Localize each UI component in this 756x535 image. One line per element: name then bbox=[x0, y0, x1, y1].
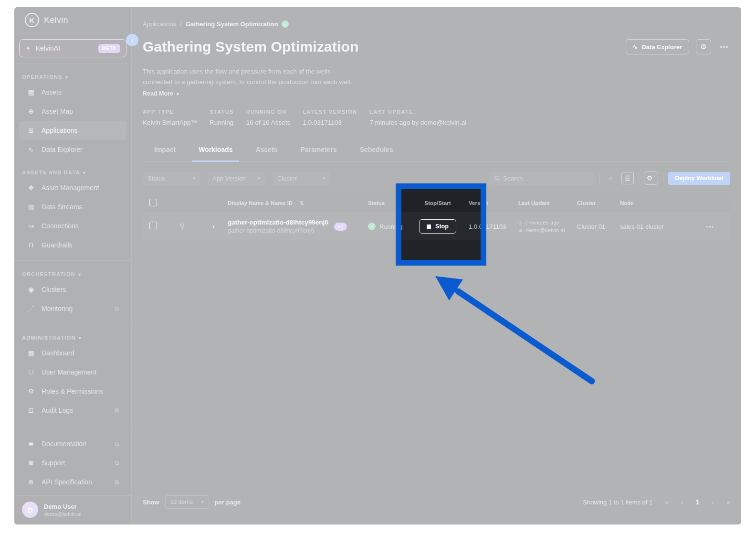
pagination-summary: Showing 1 to 1 items of 1 bbox=[583, 499, 652, 506]
select-all-checkbox[interactable] bbox=[149, 199, 157, 206]
section-label: ASSETS AND DATA bbox=[22, 170, 80, 175]
description-line: This application uses the flow and press… bbox=[143, 66, 352, 77]
sidebar-item-label: Assets bbox=[42, 88, 62, 96]
column-header-name[interactable]: Display Name & Name ID ⇅ bbox=[228, 200, 361, 206]
caret-down-icon: ▾ bbox=[258, 176, 260, 181]
section-header-administration[interactable]: ADMINISTRATION ▾ bbox=[14, 331, 131, 343]
sidebar-item-guardrails[interactable]: Π Guardrails bbox=[19, 235, 126, 255]
list-rows-icon: ☰ bbox=[625, 174, 631, 182]
last-update-time: 7 minutes ago bbox=[525, 220, 559, 225]
sidebar-item-user-management[interactable]: ⚇ User Management bbox=[19, 363, 126, 382]
sidebar-item-asset-management[interactable]: ❖ Asset Management bbox=[19, 178, 126, 197]
verified-check-icon: ✓ bbox=[282, 21, 289, 28]
sidebar-item-data-explorer[interactable]: ∿ Data Explorer bbox=[19, 140, 126, 159]
tab-impact[interactable]: Impact bbox=[143, 141, 187, 161]
read-more-toggle[interactable]: Read More ▾ bbox=[143, 90, 179, 97]
compact-view-toggle[interactable]: = bbox=[604, 172, 617, 184]
app-version-filter-dropdown[interactable]: App Version ▾ bbox=[208, 172, 265, 185]
row-actions-button[interactable]: ⋯ bbox=[706, 222, 714, 232]
workload-name-id: gather-optimizatio-d8ihtcy99enj0 bbox=[228, 227, 328, 234]
more-options-button[interactable]: ⋯ bbox=[718, 42, 730, 52]
cluster-value: Cluster 01 bbox=[577, 223, 605, 230]
section-header-operations[interactable]: OPERATIONS ▾ bbox=[14, 70, 131, 83]
sidebar-item-dashboard[interactable]: ▦ Dashboard bbox=[19, 343, 126, 363]
sidebar-item-label: Monitoring bbox=[42, 305, 73, 312]
section-label: OPERATIONS bbox=[22, 74, 63, 80]
chevron-down-icon: ▾ bbox=[83, 170, 86, 175]
user-name: Demo User bbox=[44, 503, 81, 510]
meta-value: Running bbox=[210, 119, 234, 126]
sidebar-footer: ≣ Documentation ⧉ ☸ Support ⧉ ⊛ API Spec… bbox=[14, 430, 131, 524]
sidebar-item-clusters[interactable]: ◉ Clusters bbox=[19, 280, 126, 299]
node-value: sales-01-cluster bbox=[620, 223, 664, 230]
status-filter-dropdown[interactable]: Status ▾ bbox=[143, 172, 200, 185]
stop-button[interactable]: Stop bbox=[419, 219, 456, 234]
header-label: Last Update bbox=[518, 200, 550, 206]
sidebar-item-assets[interactable]: ▤ Assets bbox=[19, 83, 126, 102]
table-settings-button[interactable]: ⚙+ bbox=[644, 171, 658, 185]
tab-schedules[interactable]: Schedules bbox=[348, 141, 405, 161]
sidebar-item-connections[interactable]: ↝ Connections bbox=[19, 216, 126, 235]
user-menu[interactable]: D Demo User demo@kelvin.ai bbox=[14, 496, 131, 524]
workloads-table: Display Name & Name ID ⇅ Status Stop/Sta… bbox=[143, 193, 730, 240]
meta-value: 16 of 16 Assets bbox=[246, 119, 290, 126]
sidebar-section-operations: OPERATIONS ▾ ▤ Assets ⊕ Asset Map ⊞ Appl… bbox=[14, 64, 131, 159]
stop-square-icon bbox=[427, 225, 431, 229]
brand-logo: K Kelvin bbox=[14, 7, 131, 33]
app-description: This application uses the flow and press… bbox=[143, 66, 352, 87]
header-label: Stop/Start bbox=[425, 200, 451, 206]
sidebar-item-audit-logs[interactable]: ⊡ Audit Logs ⧉ bbox=[19, 401, 126, 420]
deploy-workload-button[interactable]: Deploy Workload bbox=[668, 172, 730, 185]
sidebar-item-api-specification[interactable]: ⊛ API Specification ⧉ bbox=[19, 472, 126, 492]
chevron-down-icon: ▾ bbox=[177, 91, 179, 96]
previous-page-button[interactable]: ‹ bbox=[681, 498, 683, 506]
workload-display-name[interactable]: gather-optimizatio-d8ihtcy99enj0 bbox=[228, 219, 328, 226]
audit-logs-icon: ⊡ bbox=[27, 407, 35, 414]
sidebar-item-monitoring[interactable]: ⋰ Monitoring ⧉ bbox=[19, 299, 126, 318]
list-view-toggle[interactable]: ☰ bbox=[621, 172, 634, 184]
tab-workloads[interactable]: Workloads bbox=[187, 141, 244, 161]
sidebar-item-applications[interactable]: ⊞ Applications bbox=[19, 121, 126, 140]
page-size-dropdown[interactable]: 32 items ▾ bbox=[165, 495, 209, 509]
ellipsis-icon: ⋯ bbox=[720, 42, 728, 52]
search-input[interactable] bbox=[503, 175, 584, 182]
first-page-button[interactable]: « bbox=[665, 498, 669, 506]
pin-icon[interactable]: ⚲ bbox=[180, 222, 185, 230]
sidebar-item-label: API Specification bbox=[42, 478, 92, 486]
section-header-assets-and-data[interactable]: ASSETS AND DATA ▾ bbox=[14, 166, 131, 178]
sidebar-item-asset-map[interactable]: ⊕ Asset Map bbox=[19, 102, 126, 121]
tab-parameters[interactable]: Parameters bbox=[289, 141, 348, 161]
breadcrumb: Applications / Gathering System Optimiza… bbox=[143, 21, 289, 28]
sidebar-item-support[interactable]: ☸ Support ⧉ bbox=[19, 453, 126, 472]
next-page-button[interactable]: › bbox=[712, 498, 714, 506]
chevron-down-icon: ▾ bbox=[79, 335, 82, 341]
header-label: Node bbox=[620, 200, 634, 206]
row-checkbox[interactable] bbox=[149, 222, 157, 229]
sort-icon[interactable]: ⇅ bbox=[299, 200, 304, 206]
main-content: Applications / Gathering System Optimiza… bbox=[132, 7, 741, 524]
last-page-button[interactable]: » bbox=[726, 498, 730, 506]
globe-icon: ⊕ bbox=[27, 107, 35, 115]
sidebar-item-kelvinai[interactable]: ✦ KelvinAI BETA bbox=[19, 39, 126, 57]
tab-bar: Impact Workloads Assets Parameters Sched… bbox=[143, 141, 730, 161]
data-explorer-button[interactable]: ∿ Data Explorer bbox=[626, 39, 689, 54]
search-input-wrap bbox=[489, 172, 594, 185]
current-page[interactable]: 1 bbox=[696, 498, 700, 506]
sidebar-item-data-streams[interactable]: ▥ Data Streams bbox=[19, 197, 126, 216]
sidebar-collapse-button[interactable]: ‹ bbox=[126, 34, 138, 46]
cluster-filter-dropdown[interactable]: Cluster ▾ bbox=[273, 172, 330, 185]
sidebar-item-roles-permissions[interactable]: ⚙ Roles & Permissions bbox=[19, 382, 126, 401]
sidebar-item-label: Guardrails bbox=[42, 241, 73, 249]
section-header-orchestration[interactable]: ORCHESTRATION ▾ bbox=[14, 268, 131, 280]
breadcrumb-applications-link[interactable]: Applications bbox=[143, 21, 176, 28]
sidebar-section-orchestration: ORCHESTRATION ▾ ◉ Clusters ⋰ Monitoring … bbox=[14, 261, 131, 318]
table-row[interactable]: ⚲ › gather-optimizatio-d8ihtcy99enj0 gat… bbox=[143, 213, 730, 240]
sparkle-icon: ✦ bbox=[25, 44, 31, 52]
meta-label: RUNNING ON bbox=[246, 109, 290, 115]
description-line: connected to a gathering system, to cont… bbox=[143, 77, 352, 87]
settings-button[interactable]: ⚙ bbox=[696, 39, 711, 54]
row-expand-chevron-icon[interactable]: › bbox=[212, 222, 215, 230]
tab-assets[interactable]: Assets bbox=[244, 141, 289, 161]
sidebar-section-assets-and-data: ASSETS AND DATA ▾ ❖ Asset Management ▥ D… bbox=[14, 159, 131, 255]
sidebar-item-documentation[interactable]: ≣ Documentation ⧉ bbox=[19, 434, 126, 453]
